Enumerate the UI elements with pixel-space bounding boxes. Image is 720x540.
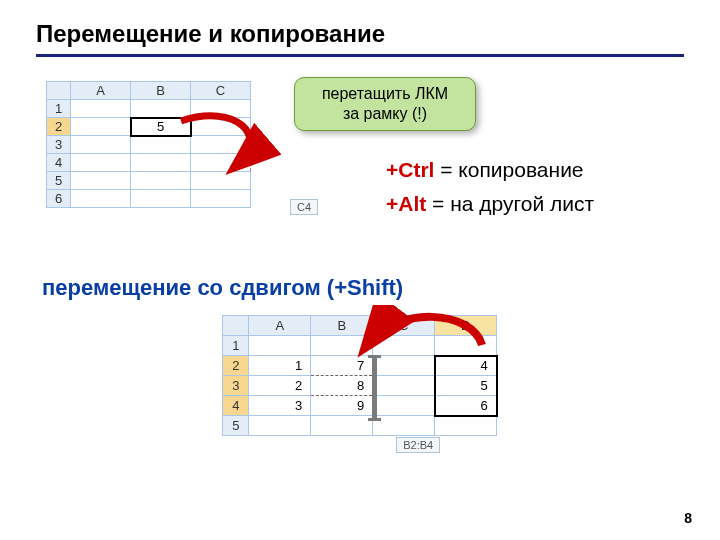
row-header-4: 4 [47, 154, 71, 172]
cell-D2b: 4 [435, 356, 497, 376]
col-header-C2: C [373, 316, 435, 336]
row-header-2: 2 [47, 118, 71, 136]
example-2: A B C D 1 2 1 7 4 3 2 8 5 4 3 [36, 315, 684, 436]
alt-key: +Alt [386, 192, 426, 215]
cell-ref-tooltip: C4 [290, 199, 318, 215]
row-header-6: 6 [47, 190, 71, 208]
col-header-B2: B [311, 316, 373, 336]
alt-text: = на другой лист [426, 192, 594, 215]
cell-C4-target [191, 154, 251, 172]
col-header-D2: D [435, 316, 497, 336]
cell-D3b: 5 [435, 376, 497, 396]
modifier-notes: +Ctrl = копирование +Alt = на другой лис… [386, 153, 594, 220]
corner-cell-2 [223, 316, 249, 336]
callout-line2: за рамку (!) [343, 105, 427, 122]
cell-B2b: 7 [311, 356, 373, 376]
ctrl-text: = копирование [434, 158, 583, 181]
cell-D4b: 6 [435, 396, 497, 416]
cell-B4b: 9 [311, 396, 373, 416]
range-ref-tooltip: B2:B4 [396, 437, 440, 453]
col-header-A: A [71, 82, 131, 100]
cell-A3b: 2 [249, 376, 311, 396]
col-header-A2: A [249, 316, 311, 336]
ctrl-key: +Ctrl [386, 158, 434, 181]
col-header-B: B [131, 82, 191, 100]
row-hdr-2b: 2 [223, 356, 249, 376]
spreadsheet-grid-1: A B C 1 25 3 4 5 6 [46, 81, 251, 208]
row-header-3: 3 [47, 136, 71, 154]
ctrl-note: +Ctrl = копирование [386, 153, 594, 187]
row-header-5: 5 [47, 172, 71, 190]
cell-B3b: 8 [311, 376, 373, 396]
row-hdr-5b: 5 [223, 416, 249, 436]
alt-note: +Alt = на другой лист [386, 187, 594, 221]
callout-line1: перетащить ЛКМ [322, 85, 448, 102]
insertion-indicator [373, 357, 376, 419]
page-number: 8 [684, 510, 692, 526]
col-header-C: C [191, 82, 251, 100]
row-hdr-4b: 4 [223, 396, 249, 416]
cell-A4b: 3 [249, 396, 311, 416]
subsection-title: перемещение со сдвигом (+Shift) [42, 275, 684, 301]
slide-title: Перемещение и копирование [36, 20, 684, 57]
cell-A2b: 1 [249, 356, 311, 376]
row-header-1: 1 [47, 100, 71, 118]
cell-B2: 5 [131, 118, 191, 136]
corner-cell [47, 82, 71, 100]
row-hdr-1b: 1 [223, 336, 249, 356]
row-hdr-3b: 3 [223, 376, 249, 396]
spreadsheet-grid-2: A B C D 1 2 1 7 4 3 2 8 5 4 3 [222, 315, 498, 436]
example-1: A B C 1 25 3 4 5 6 перетащить ЛКМ за рам… [36, 81, 684, 271]
callout-drag-hint: перетащить ЛКМ за рамку (!) [294, 77, 476, 131]
